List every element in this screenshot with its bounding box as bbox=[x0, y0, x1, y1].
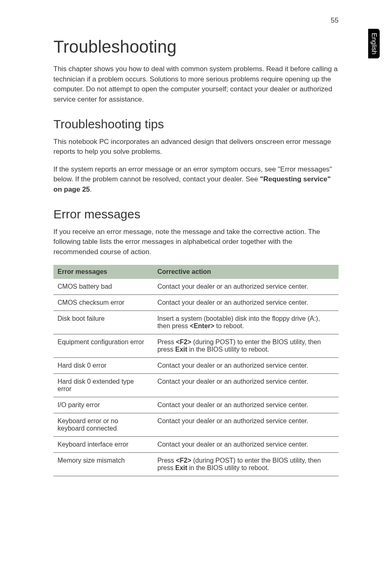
corrective-action-cell: Press <F2> (during POST) to enter the BI… bbox=[153, 334, 339, 357]
errors-heading: Error messages bbox=[53, 207, 339, 221]
action-text: Press bbox=[157, 457, 176, 464]
error-message-cell: Hard disk 0 extended type error bbox=[53, 373, 153, 397]
action-text: to reboot. bbox=[214, 322, 244, 329]
page-title: Troubleshooting bbox=[53, 37, 339, 57]
action-text: Contact your dealer or an authorized ser… bbox=[157, 299, 308, 306]
page-number: 55 bbox=[331, 16, 339, 25]
action-text: Press bbox=[157, 338, 176, 345]
table-row: Memory size mismatchPress <F2> (during P… bbox=[53, 452, 339, 476]
corrective-action-cell: Contact your dealer or an authorized ser… bbox=[153, 397, 339, 413]
error-message-cell: Keyboard error or no keyboard connected bbox=[53, 413, 153, 436]
tips-paragraph-1: This notebook PC incorporates an advance… bbox=[53, 137, 339, 157]
action-text: Exit bbox=[175, 346, 187, 353]
action-text: Contact your dealer or an authorized ser… bbox=[157, 283, 308, 290]
tips-paragraph-2: If the system reports an error message o… bbox=[53, 164, 339, 195]
action-text: Contact your dealer or an authorized ser… bbox=[157, 441, 308, 448]
action-text: <F2> bbox=[176, 457, 191, 464]
tips-heading: Troubleshooting tips bbox=[53, 117, 339, 131]
action-text: in the BIOS utility to reboot. bbox=[187, 464, 269, 471]
error-message-cell: Disk boot failure bbox=[53, 310, 153, 334]
corrective-action-cell: Contact your dealer or an authorized ser… bbox=[153, 373, 339, 397]
language-tab: English bbox=[368, 29, 380, 58]
action-text: Contact your dealer or an authorized ser… bbox=[157, 417, 308, 424]
table-row: Hard disk 0 extended type errorContact y… bbox=[53, 373, 339, 397]
table-row: Keyboard interface errorContact your dea… bbox=[53, 436, 339, 452]
error-message-cell: I/O parity error bbox=[53, 397, 153, 413]
action-text: Contact your dealer or an authorized ser… bbox=[157, 378, 308, 385]
corrective-action-cell: Contact your dealer or an authorized ser… bbox=[153, 436, 339, 452]
error-message-cell: Equipment configuration error bbox=[53, 334, 153, 357]
table-row: Disk boot failureInsert a system (bootab… bbox=[53, 310, 339, 334]
error-message-cell: CMOS battery bad bbox=[53, 279, 153, 295]
table-row: CMOS checksum errorContact your dealer o… bbox=[53, 294, 339, 310]
corrective-action-cell: Contact your dealer or an authorized ser… bbox=[153, 357, 339, 373]
corrective-action-cell: Insert a system (bootable) disk into the… bbox=[153, 310, 339, 334]
error-message-cell: Hard disk 0 error bbox=[53, 357, 153, 373]
action-text: Contact your dealer or an authorized ser… bbox=[157, 362, 308, 369]
table-row: CMOS battery badContact your dealer or a… bbox=[53, 279, 339, 295]
action-text: <Enter> bbox=[190, 322, 214, 329]
error-message-cell: Memory size mismatch bbox=[53, 452, 153, 476]
table-row: Equipment configuration errorPress <F2> … bbox=[53, 334, 339, 357]
corrective-action-cell: Contact your dealer or an authorized ser… bbox=[153, 279, 339, 295]
corrective-action-cell: Contact your dealer or an authorized ser… bbox=[153, 294, 339, 310]
intro-paragraph: This chapter shows you how to deal with … bbox=[53, 64, 339, 105]
corrective-action-cell: Press <F2> (during POST) to enter the BI… bbox=[153, 452, 339, 476]
action-text: Contact your dealer or an authorized ser… bbox=[157, 401, 308, 408]
action-text: <F2> bbox=[176, 338, 191, 345]
table-header-messages: Error messages bbox=[53, 265, 153, 279]
error-message-cell: CMOS checksum error bbox=[53, 294, 153, 310]
table-header-row: Error messages Corrective action bbox=[53, 265, 339, 279]
table-row: I/O parity errorContact your dealer or a… bbox=[53, 397, 339, 413]
corrective-action-cell: Contact your dealer or an authorized ser… bbox=[153, 413, 339, 436]
errors-intro: If you receive an error message, note th… bbox=[53, 227, 339, 257]
action-text: in the BIOS utility to reboot. bbox=[187, 346, 269, 353]
tips-p2-text-c: . bbox=[90, 185, 92, 193]
table-row: Hard disk 0 errorContact your dealer or … bbox=[53, 357, 339, 373]
table-header-action: Corrective action bbox=[153, 265, 339, 279]
table-row: Keyboard error or no keyboard connectedC… bbox=[53, 413, 339, 436]
error-messages-table: Error messages Corrective action CMOS ba… bbox=[53, 265, 339, 476]
action-text: Exit bbox=[175, 464, 187, 471]
error-message-cell: Keyboard interface error bbox=[53, 436, 153, 452]
